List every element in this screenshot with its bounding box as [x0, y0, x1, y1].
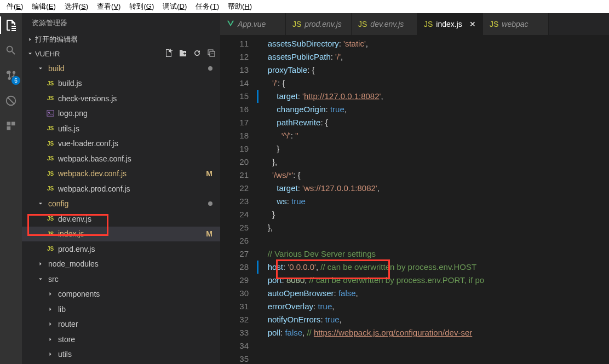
tree-folder[interactable]: src	[22, 271, 220, 287]
tree-file[interactable]: JSwebpack.dev.conf.jsM	[22, 166, 220, 182]
tree-file[interactable]: JSbuild.js	[22, 76, 220, 91]
tree-item-label: node_modules	[48, 259, 99, 268]
scm-icon[interactable]: 6	[3, 68, 19, 83]
tree-item-label: utils.js	[58, 124, 79, 133]
tree-item-label: src	[48, 275, 59, 284]
tree-item-label: webpack.dev.conf.js	[58, 169, 127, 178]
js-icon: JS	[358, 20, 367, 28]
tree-item-label: check-versions.js	[58, 94, 117, 103]
tree-item-label: utils	[58, 350, 72, 359]
line-numbers: 1112131415161718192021222324252627282930…	[220, 35, 258, 364]
menu-item[interactable]: 查看(V)	[93, 2, 125, 11]
tree-file[interactable]: JSutils.js	[22, 121, 220, 136]
menu-item[interactable]: 转到(G)	[125, 2, 158, 11]
sidebar: 资源管理器 打开的编辑器 VUEHR buildJSbuild.jsJSchec…	[22, 13, 220, 364]
chevron-icon	[36, 275, 45, 284]
editor-tab[interactable]: App.vue	[220, 13, 286, 35]
tree-folder[interactable]: router	[22, 317, 220, 332]
tree-item-label: index.js	[58, 229, 84, 238]
tree-file[interactable]: JSindex.jsM	[22, 227, 220, 242]
tree-folder[interactable]: node_modules	[22, 257, 220, 272]
chevron-right-icon	[26, 36, 34, 43]
modified-indicator: M	[206, 169, 212, 178]
js-icon: JS	[46, 245, 55, 253]
tree-folder[interactable]: utils	[22, 347, 220, 362]
activity-bar: 6	[0, 13, 22, 364]
modified-dot	[208, 201, 212, 206]
code-area[interactable]: 1112131415161718192021222324252627282930…	[220, 35, 609, 364]
extensions-icon[interactable]	[3, 118, 19, 134]
js-icon: JS	[46, 215, 55, 223]
js-icon: JS	[46, 169, 55, 178]
tab-label: webpac	[502, 20, 528, 28]
tree-file[interactable]: JSwebpack.base.conf.js	[22, 151, 220, 166]
tree-folder[interactable]: config	[22, 197, 220, 212]
tree-item-label: dev.env.js	[58, 215, 91, 223]
editor-tab[interactable]: JSwebpac	[483, 13, 549, 35]
tree-item-label: webpack.base.conf.js	[58, 154, 131, 163]
open-editors-header[interactable]: 打开的编辑器	[22, 32, 220, 47]
chevron-icon	[46, 320, 55, 328]
js-icon: JS	[424, 20, 433, 28]
js-icon: JS	[46, 229, 55, 238]
tree-item-label: vue-loader.conf.js	[58, 139, 118, 148]
tree-file[interactable]: JScheck-versions.js	[22, 91, 220, 106]
js-icon: JS	[292, 20, 301, 28]
close-icon[interactable]: ✕	[469, 20, 476, 28]
tree-file[interactable]: JSdev.env.js	[22, 211, 220, 227]
svg-rect-6	[47, 111, 54, 117]
tree-file[interactable]: JSprod.env.js	[22, 241, 220, 257]
menubar: 件(E)编辑(E)选择(S)查看(V)转到(G)调试(D)任务(T)帮助(H)	[0, 0, 609, 13]
tree-item-label: store	[58, 335, 75, 344]
tab-bar: App.vueJSprod.env.jsJSdev.env.jsJSindex.…	[220, 13, 609, 35]
tree-item-label: logo.png	[58, 109, 88, 118]
tree-folder[interactable]: components	[22, 287, 220, 302]
tree-file[interactable]: logo.png	[22, 106, 220, 122]
js-icon: JS	[46, 124, 55, 133]
tab-label: index.js	[436, 20, 462, 28]
project-header[interactable]: VUEHR	[22, 47, 220, 61]
collapse-all-icon[interactable]	[207, 49, 216, 59]
editor-tab[interactable]: JSprod.env.js	[286, 13, 352, 35]
chevron-icon	[46, 290, 55, 298]
search-icon[interactable]	[3, 43, 19, 58]
tree-item-label: build	[48, 64, 65, 73]
new-file-icon[interactable]	[164, 49, 173, 59]
image-icon	[46, 109, 55, 118]
menu-item[interactable]: 编辑(E)	[27, 2, 60, 11]
menu-item[interactable]: 选择(S)	[60, 2, 93, 11]
new-folder-icon[interactable]	[179, 49, 187, 59]
scm-badge: 6	[12, 76, 20, 85]
tab-label: dev.env.js	[370, 20, 404, 28]
js-icon: JS	[490, 20, 498, 28]
refresh-icon[interactable]	[193, 49, 202, 59]
chevron-icon	[36, 64, 45, 73]
tree-file[interactable]: JSwebpack.prod.conf.js	[22, 181, 220, 197]
tree-item-label: config	[48, 199, 68, 208]
tree-file[interactable]: JSvue-loader.conf.js	[22, 136, 220, 152]
tree-item-label: prod.env.js	[58, 245, 95, 253]
js-icon: JS	[46, 79, 55, 88]
js-icon: JS	[46, 94, 55, 103]
menu-item[interactable]: 调试(D)	[158, 2, 191, 11]
chevron-down-icon	[26, 50, 34, 57]
menu-item[interactable]: 任务(T)	[191, 2, 223, 11]
code-content[interactable]: assetsSubDirectory: 'static', assetsPubl…	[258, 35, 609, 364]
js-icon: JS	[46, 184, 55, 193]
tree-item-label: webpack.prod.conf.js	[58, 184, 130, 193]
svg-point-7	[48, 112, 50, 113]
tree-folder[interactable]: build	[22, 61, 220, 76]
menu-item[interactable]: 帮助(H)	[223, 2, 256, 11]
menu-item[interactable]: 件(E)	[2, 2, 27, 11]
editor-tab[interactable]: JSindex.js✕	[417, 13, 483, 35]
tree-item-label: lib	[58, 305, 66, 314]
modified-indicator: M	[206, 229, 212, 238]
editor: App.vueJSprod.env.jsJSdev.env.jsJSindex.…	[220, 13, 609, 364]
tree-folder[interactable]: lib	[22, 302, 220, 317]
svg-rect-3	[7, 126, 11, 130]
debug-icon[interactable]	[3, 93, 19, 108]
explorer-icon[interactable]	[3, 18, 19, 33]
tab-label: prod.env.js	[304, 20, 341, 28]
tree-folder[interactable]: store	[22, 332, 220, 347]
editor-tab[interactable]: JSdev.env.js	[352, 13, 417, 35]
